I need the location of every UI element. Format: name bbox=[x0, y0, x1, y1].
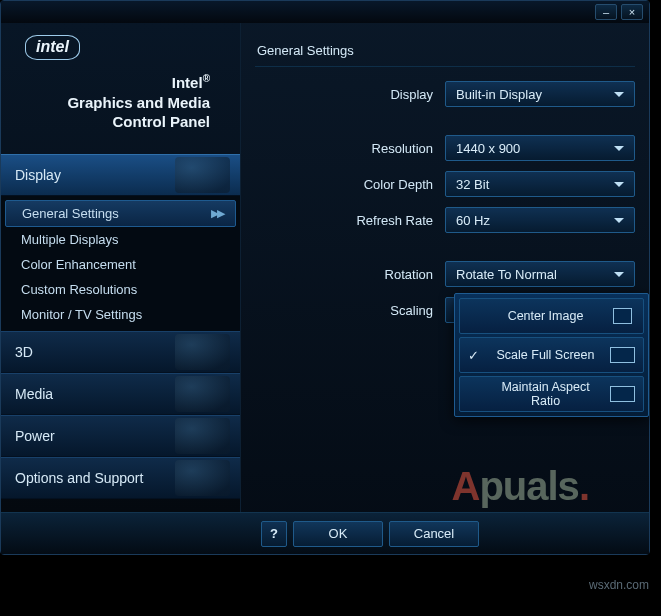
scaling-popup: Center Image ✓ Scale Full Screen Maintai… bbox=[454, 293, 649, 417]
sidebar-item-label: Monitor / TV Settings bbox=[21, 307, 142, 322]
setting-row-display: Display Built-in Display bbox=[255, 81, 635, 107]
dropdown-resolution[interactable]: 1440 x 900 bbox=[445, 135, 635, 161]
minimize-button[interactable]: – bbox=[595, 4, 617, 20]
panel-title-line: Graphics and Media bbox=[67, 94, 210, 111]
cancel-button[interactable]: Cancel bbox=[389, 521, 479, 547]
sidebar-item-label: General Settings bbox=[22, 206, 119, 221]
display-subitems: General Settings ▶▶ Multiple Displays Co… bbox=[1, 196, 240, 331]
settings-form: Display Built-in Display Resolution 1440… bbox=[255, 67, 635, 323]
category-label: Media bbox=[15, 386, 53, 402]
registered-mark: ® bbox=[203, 73, 210, 84]
popup-item-label: Scale Full Screen bbox=[487, 348, 604, 362]
dropdown-color-depth[interactable]: 32 Bit bbox=[445, 171, 635, 197]
main-area: intel Intel® Graphics and Media Control … bbox=[1, 23, 649, 512]
sidebar-category-options-support[interactable]: Options and Support bbox=[1, 457, 240, 499]
dropdown-display[interactable]: Built-in Display bbox=[445, 81, 635, 107]
power-icon bbox=[175, 418, 230, 454]
title-bar: – × bbox=[1, 1, 649, 23]
content-panel: General Settings Display Built-in Displa… bbox=[241, 23, 649, 512]
panel-title: Intel® Graphics and Media Control Panel bbox=[15, 60, 226, 146]
dropdown-value: Built-in Display bbox=[456, 87, 542, 102]
chevron-down-icon bbox=[614, 272, 624, 277]
field-label: Refresh Rate bbox=[255, 213, 433, 228]
source-attribution: wsxdn.com bbox=[589, 578, 649, 592]
sidebar-category-power[interactable]: Power bbox=[1, 415, 240, 457]
setting-row-refresh-rate: Refresh Rate 60 Hz bbox=[255, 207, 635, 233]
sidebar-item-label: Color Enhancement bbox=[21, 257, 136, 272]
dropdown-value: 32 Bit bbox=[456, 177, 489, 192]
sidebar-item-label: Custom Resolutions bbox=[21, 282, 137, 297]
aspect-thumb-icon bbox=[613, 308, 632, 324]
aspect-thumb-icon bbox=[610, 386, 635, 402]
popup-item-label: Maintain Aspect Ratio bbox=[487, 380, 604, 408]
ok-button[interactable]: OK bbox=[293, 521, 383, 547]
dropdown-value: 1440 x 900 bbox=[456, 141, 520, 156]
display-icon bbox=[175, 157, 230, 193]
setting-row-rotation: Rotation Rotate To Normal bbox=[255, 261, 635, 287]
bottom-bar: ? OK Cancel bbox=[1, 512, 649, 554]
sidebar-category-display[interactable]: Display bbox=[1, 154, 240, 196]
sidebar-item-custom-resolutions[interactable]: Custom Resolutions bbox=[1, 277, 240, 302]
logo-zone: intel Intel® Graphics and Media Control … bbox=[1, 23, 240, 154]
options-icon bbox=[175, 460, 230, 496]
3d-icon bbox=[175, 334, 230, 370]
scaling-option-scale-full-screen[interactable]: ✓ Scale Full Screen bbox=[459, 337, 644, 373]
sidebar-category-media[interactable]: Media bbox=[1, 373, 240, 415]
intel-graphics-panel: – × intel Intel® Graphics and Media Cont… bbox=[0, 0, 650, 555]
category-label: 3D bbox=[15, 344, 33, 360]
sidebar-category-3d[interactable]: 3D bbox=[1, 331, 240, 373]
category-label: Display bbox=[15, 167, 61, 183]
close-button[interactable]: × bbox=[621, 4, 643, 20]
setting-row-color-depth: Color Depth 32 Bit bbox=[255, 171, 635, 197]
field-label: Resolution bbox=[255, 141, 433, 156]
check-icon: ✓ bbox=[468, 348, 481, 363]
chevron-right-icon: ▶▶ bbox=[211, 207, 223, 220]
help-button[interactable]: ? bbox=[261, 521, 287, 547]
sidebar-item-multiple-displays[interactable]: Multiple Displays bbox=[1, 227, 240, 252]
popup-item-label: Center Image bbox=[487, 309, 604, 323]
field-label: Rotation bbox=[255, 267, 433, 282]
category-label: Options and Support bbox=[15, 470, 143, 486]
chevron-down-icon bbox=[614, 146, 624, 151]
intel-logo: intel bbox=[25, 35, 80, 60]
panel-title-line: Control Panel bbox=[112, 113, 210, 130]
content-header: General Settings bbox=[255, 33, 635, 67]
sidebar-item-color-enhancement[interactable]: Color Enhancement bbox=[1, 252, 240, 277]
dropdown-rotation[interactable]: Rotate To Normal bbox=[445, 261, 635, 287]
setting-row-resolution: Resolution 1440 x 900 bbox=[255, 135, 635, 161]
field-label: Color Depth bbox=[255, 177, 433, 192]
dropdown-refresh-rate[interactable]: 60 Hz bbox=[445, 207, 635, 233]
field-label: Scaling bbox=[255, 303, 433, 318]
chevron-down-icon bbox=[614, 218, 624, 223]
media-icon bbox=[175, 376, 230, 412]
sidebar: intel Intel® Graphics and Media Control … bbox=[1, 23, 241, 512]
dropdown-value: 60 Hz bbox=[456, 213, 490, 228]
scaling-option-center-image[interactable]: Center Image bbox=[459, 298, 644, 334]
sidebar-item-label: Multiple Displays bbox=[21, 232, 119, 247]
field-label: Display bbox=[255, 87, 433, 102]
panel-title-line: Intel bbox=[172, 74, 203, 91]
aspect-thumb-icon bbox=[610, 347, 635, 363]
sidebar-item-monitor-tv-settings[interactable]: Monitor / TV Settings bbox=[1, 302, 240, 327]
category-label: Power bbox=[15, 428, 55, 444]
scaling-option-maintain-aspect[interactable]: Maintain Aspect Ratio bbox=[459, 376, 644, 412]
chevron-down-icon bbox=[614, 92, 624, 97]
sidebar-item-general-settings[interactable]: General Settings ▶▶ bbox=[5, 200, 236, 227]
dropdown-value: Rotate To Normal bbox=[456, 267, 557, 282]
chevron-down-icon bbox=[614, 182, 624, 187]
